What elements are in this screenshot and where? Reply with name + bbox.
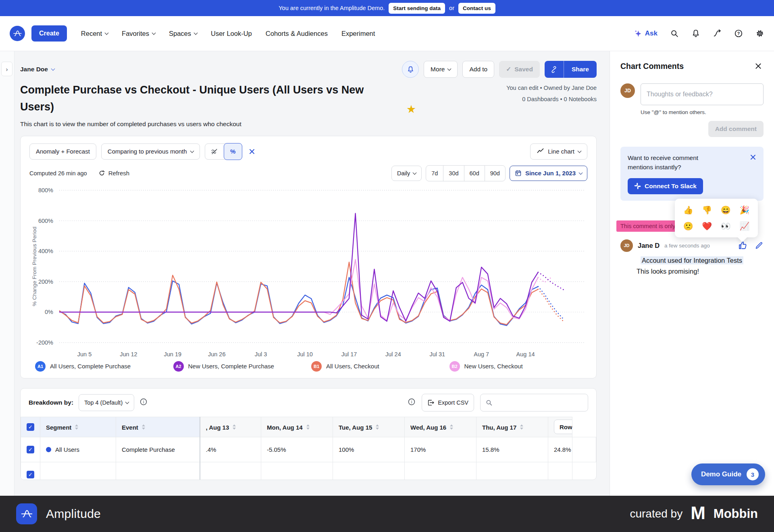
favorite-star-icon[interactable]: ★ xyxy=(406,103,416,116)
ask-button[interactable]: Ask xyxy=(634,29,657,38)
owner-selector[interactable]: Jane Doe xyxy=(20,66,54,73)
start-sending-data-button[interactable]: Start sending data xyxy=(389,3,445,14)
amplitude-logo[interactable] xyxy=(10,26,25,41)
y-tick-label: -200% xyxy=(36,339,53,346)
emoji-reaction-0[interactable]: 👍 xyxy=(683,205,694,215)
date-range-label: Since Jun 1, 2023 xyxy=(525,170,576,177)
column-header[interactable]: Wed, Aug 16 xyxy=(405,417,476,437)
chart-type-dropdown[interactable]: Line chart xyxy=(530,143,587,160)
table-row[interactable]: ✓All UsersComplete Purchase.4%-5.05%100%… xyxy=(21,437,596,462)
column-header[interactable]: , Aug 13 xyxy=(200,417,261,437)
demo-guide-button[interactable]: Demo Guide 3 xyxy=(691,463,765,485)
value-cell: 24.8% xyxy=(548,437,572,462)
row-checkbox[interactable]: ✓ xyxy=(27,446,34,453)
footer: Amplitude curated by M Mobbin xyxy=(0,496,774,532)
emoji-reaction-4[interactable]: 🙁 xyxy=(683,221,694,231)
range-button-30d[interactable]: 30d xyxy=(443,166,464,181)
emoji-reaction-6[interactable]: 👀 xyxy=(720,221,731,231)
emoji-reaction-7[interactable]: 📈 xyxy=(739,221,750,231)
anomaly-forecast-button[interactable]: Anomaly + Forecast xyxy=(29,143,96,160)
check-icon: ✓ xyxy=(506,66,511,73)
table-row[interactable]: ✓ xyxy=(21,462,596,480)
absolute-values-toggle[interactable] xyxy=(205,144,224,159)
column-header[interactable]: Event xyxy=(116,417,200,437)
value-cell xyxy=(572,437,596,462)
comment-timestamp: a few seconds ago xyxy=(664,243,710,249)
breakdown-card: Breakdown by: Top 4 (Default) i i xyxy=(20,388,597,480)
sort-icon xyxy=(75,424,78,430)
row-checkbox[interactable]: ✓ xyxy=(27,471,34,478)
nav-item-label: User Look-Up xyxy=(211,30,252,37)
emoji-reaction-3[interactable]: 🎉 xyxy=(739,205,750,215)
table-search-input[interactable] xyxy=(496,399,583,406)
emoji-reaction-1[interactable]: 👎 xyxy=(702,205,713,215)
edit-comment-icon[interactable] xyxy=(755,241,764,250)
notifications-bell-icon[interactable] xyxy=(691,29,700,38)
sort-icon xyxy=(450,424,453,430)
compare-dropdown[interactable]: Comparing to previous month xyxy=(101,143,200,160)
nav-item-experiment[interactable]: Experiment xyxy=(335,26,382,42)
dismiss-slack-prompt-icon[interactable] xyxy=(748,152,758,162)
copy-link-icon[interactable] xyxy=(545,61,564,78)
add-comment-button[interactable]: Add comment xyxy=(708,121,764,137)
page-title: Complete Purchase vs Checkout - Unique U… xyxy=(20,82,391,116)
expand-sidebar-button[interactable]: › xyxy=(1,62,12,76)
nav-item-spaces[interactable]: Spaces xyxy=(162,26,204,42)
nav-item-cohorts-audiences[interactable]: Cohorts & Audiences xyxy=(259,26,335,42)
legend-item-B1[interactable]: B1All Users, Checkout xyxy=(311,361,449,372)
range-button-90d[interactable]: 90d xyxy=(485,166,505,181)
export-csv-button[interactable]: Export CSV xyxy=(422,394,474,411)
column-header[interactable]: Tue, Aug 15 xyxy=(333,417,405,437)
sort-icon xyxy=(520,424,523,430)
column-header[interactable]: Thu, Aug 17 xyxy=(476,417,548,437)
more-button[interactable]: More xyxy=(424,61,458,78)
top-nav: Create RecentFavoritesSpacesUser Look-Up… xyxy=(0,16,774,51)
legend-item-B2[interactable]: B2New Users, Checkout xyxy=(449,361,588,372)
table-search-box xyxy=(480,394,588,411)
chart-alert-bell-button[interactable] xyxy=(402,61,419,78)
emoji-reaction-2[interactable]: 😄 xyxy=(720,205,731,215)
contact-us-button[interactable]: Contact us xyxy=(458,3,495,14)
range-button-60d[interactable]: 60d xyxy=(464,166,485,181)
granularity-dropdown[interactable]: Daily xyxy=(391,166,422,181)
value-cell: -5.05% xyxy=(261,437,333,462)
info-icon[interactable]: i xyxy=(408,398,416,407)
search-icon[interactable] xyxy=(670,29,679,38)
create-button[interactable]: Create xyxy=(31,25,67,42)
percent-toggle-active[interactable]: % xyxy=(224,143,242,160)
legend-item-A2[interactable]: A2New Users, Complete Purchase xyxy=(173,361,312,372)
settings-gear-icon[interactable] xyxy=(755,29,764,38)
nav-item-favorites[interactable]: Favorites xyxy=(115,26,162,42)
nav-item-label: Recent xyxy=(81,30,102,37)
chevron-down-icon xyxy=(125,400,129,404)
column-header[interactable]: Mon, Aug 14 xyxy=(261,417,333,437)
legend-badge: B2 xyxy=(449,361,460,372)
owner-name: Jane Doe xyxy=(20,66,48,73)
saved-button[interactable]: ✓ Saved xyxy=(499,61,540,78)
series-line-A2 xyxy=(59,213,538,321)
segment-color-dot xyxy=(46,447,51,452)
column-header-label: Thu, Aug 17 xyxy=(482,424,516,430)
like-comment-icon[interactable] xyxy=(738,241,747,250)
add-to-button[interactable]: Add to xyxy=(462,61,494,78)
column-header[interactable]: Segment xyxy=(40,417,116,437)
info-icon[interactable]: i xyxy=(139,398,148,407)
refresh-button[interactable]: Refresh xyxy=(98,170,130,177)
emoji-reaction-5[interactable]: ❤️ xyxy=(702,221,713,231)
breakdown-selector-dropdown[interactable]: Top 4 (Default) xyxy=(79,394,134,411)
share-button[interactable]: Share xyxy=(564,61,597,78)
pathfinder-icon[interactable] xyxy=(713,29,722,38)
column-header-row-average[interactable]: Row Average xyxy=(548,417,572,437)
select-all-checkbox[interactable]: ✓ xyxy=(27,423,34,431)
comment-input[interactable] xyxy=(641,83,764,105)
remove-compare-close-icon[interactable] xyxy=(247,147,257,156)
close-comments-icon[interactable] xyxy=(753,61,764,71)
nav-item-user-look-up[interactable]: User Look-Up xyxy=(204,26,259,42)
connect-to-slack-button[interactable]: Connect To Slack xyxy=(628,178,703,194)
help-icon[interactable]: ? xyxy=(734,29,743,38)
row-average-dropdown[interactable]: Row Average xyxy=(554,420,572,434)
range-button-7d[interactable]: 7d xyxy=(426,166,443,181)
date-range-dropdown[interactable]: Since Jun 1, 2023 xyxy=(510,166,587,181)
legend-item-A1[interactable]: A1All Users, Complete Purchase xyxy=(35,361,173,372)
nav-item-recent[interactable]: Recent xyxy=(74,26,115,42)
